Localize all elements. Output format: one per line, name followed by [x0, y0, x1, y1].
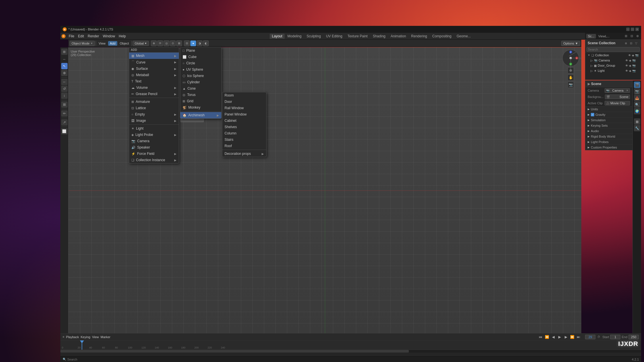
ws-tab-sculpting[interactable]: Sculpting — [304, 34, 323, 39]
view-menu-tl[interactable]: View — [92, 335, 99, 339]
tool-select[interactable]: ↖ — [61, 63, 68, 69]
proportional-icon[interactable]: ◎ — [164, 41, 169, 46]
lt-vis-icon[interactable]: 👁 — [625, 69, 628, 72]
add-empty-item[interactable]: ○ Empty ▶ — [129, 111, 179, 118]
tool-scale[interactable]: ↕ — [61, 93, 68, 99]
status-search-input[interactable] — [67, 358, 90, 361]
outliner-filter-icon[interactable]: ▽ — [634, 41, 639, 45]
add-menu-btn[interactable]: Add — [108, 41, 117, 46]
menu-render[interactable]: Render — [86, 34, 101, 39]
outliner-search-input[interactable] — [586, 47, 640, 52]
arch-cabinet-item[interactable]: Cabinet — [222, 118, 266, 124]
ws-tab-shading[interactable]: Shading — [371, 34, 388, 39]
wire-shading[interactable]: ⊟ — [184, 41, 190, 46]
arch-railwindow-item[interactable]: Rail Window — [222, 105, 266, 111]
jump-start-btn[interactable]: ⏮ — [538, 334, 543, 340]
render-shading[interactable]: ◐ — [203, 41, 209, 46]
add-camera-item[interactable]: 📷 Camera — [129, 138, 179, 144]
tool-grid-view[interactable]: ⊞ — [61, 49, 68, 55]
ws-tab-texture[interactable]: Texture Paint — [345, 34, 370, 39]
light-outliner-item[interactable]: ▷ ☀ Light 👁 ◈ 📷 — [585, 68, 641, 73]
add-metaball-item[interactable]: ◎ Metaball ▶ — [129, 72, 179, 78]
camera-outliner-item[interactable]: ▷ 📷 Camera 👁 ◈ 📷 — [585, 58, 641, 63]
minimize-button[interactable]: – — [626, 28, 630, 31]
arch-column-item[interactable]: Column — [222, 130, 266, 136]
current-frame-input[interactable] — [585, 335, 595, 339]
props-modifier-icon[interactable]: 🔧 — [634, 125, 640, 131]
add-speaker-item[interactable]: 🔊 Speaker — [129, 144, 179, 151]
tool-transform[interactable]: ⊞ — [61, 101, 68, 108]
add-image-item[interactable]: 🖼 Image ▶ — [129, 118, 179, 124]
mesh-circle-item[interactable]: ○ Circle — [180, 60, 221, 66]
dg-sel-icon[interactable]: ◈ — [629, 64, 631, 67]
ws-tab-modeling[interactable]: Modeling — [285, 34, 304, 39]
options-btn[interactable]: Options ▼ — [561, 41, 580, 46]
pan-button[interactable]: ✋ — [568, 74, 574, 81]
mesh-archimesh-item[interactable]: 🏠 Archimesh ▶ — [180, 112, 221, 118]
marker-menu[interactable]: Marker — [101, 335, 110, 339]
add-lightprobe-item[interactable]: ◈ Light Probe ▶ — [129, 132, 179, 138]
arch-stairs-item[interactable]: Stairs — [222, 136, 266, 143]
ws-tab-animation[interactable]: Animation — [388, 34, 408, 39]
mesh-plane-item[interactable]: □ Plane — [180, 47, 221, 54]
start-frame-input[interactable] — [610, 335, 620, 339]
timeline-ruler[interactable]: 0 20 40 60 80 100 120 140 160 180 200 22… — [60, 340, 641, 350]
collection-render-icon[interactable]: 📷 — [635, 54, 639, 57]
mesh-monkey-item[interactable]: 🐒 Monkey — [180, 104, 221, 111]
arch-roof-item[interactable]: Roof — [222, 143, 266, 149]
add-light-item[interactable]: ☀ Light — [129, 125, 179, 132]
mesh-cylinder-item[interactable]: ▭ Cylinder — [180, 79, 221, 85]
panel-icon-1[interactable]: ⊞ — [623, 34, 628, 39]
doorgroup-outliner-item[interactable]: ▷ ▦ Door_Group 👁 ◈ 📷 — [585, 63, 641, 68]
nav-z-dot[interactable]: Z — [569, 51, 572, 53]
rigidbody-section[interactable]: ▶ Rigid Body World — [585, 134, 632, 139]
gravity-header[interactable]: ▶ ✓ Gravity — [585, 112, 632, 117]
ws-tab-uv[interactable]: UV Editing — [324, 34, 345, 39]
keying-sets-section[interactable]: ▶ Keying Sets — [585, 123, 632, 128]
mesh-torus-item[interactable]: ◎ Torus — [180, 92, 221, 98]
mesh-grid-item[interactable]: ⊞ Grid — [180, 98, 221, 104]
solid-shading[interactable]: ● — [190, 41, 196, 46]
arch-room-item[interactable]: Room — [222, 92, 266, 99]
arch-decoration-item[interactable]: Decoration props ▶ — [222, 151, 266, 157]
menu-window[interactable]: Window — [101, 34, 117, 39]
maximize-button[interactable]: □ — [631, 28, 634, 31]
props-output-icon[interactable]: 📤 — [634, 95, 640, 101]
prev-frame-btn[interactable]: ⏪ — [544, 334, 549, 340]
next-frame-btn[interactable]: ⏩ — [570, 334, 575, 340]
snap-icon[interactable]: ⊕ — [151, 41, 157, 46]
tool-measure[interactable]: ↗ — [61, 119, 68, 126]
lt-sel-icon[interactable]: ◈ — [629, 69, 631, 72]
simulation-section[interactable]: ▶ Simulation — [585, 117, 632, 123]
arch-door-item[interactable]: Door — [222, 99, 266, 105]
gravity-checkbox[interactable]: ✓ — [591, 113, 594, 116]
play-btn[interactable]: ▶ — [557, 334, 562, 340]
camera-field-value[interactable]: 📷 Camera ✕ — [605, 88, 630, 93]
panel-icon-3[interactable]: ⊕ — [635, 34, 640, 39]
tool-move[interactable]: ↔ — [61, 79, 68, 85]
tool-rotate[interactable]: ↺ — [61, 86, 68, 92]
lightprobes-section[interactable]: ▶ Light Probes — [585, 139, 632, 145]
arch-panelwindow-item[interactable]: Panel Window — [222, 111, 266, 118]
arch-shelves-item[interactable]: Shelves — [222, 124, 266, 130]
prev-keyframe-btn[interactable]: ◀ — [551, 334, 556, 340]
next-keyframe-btn[interactable]: ▶ — [563, 334, 568, 340]
view-menu[interactable]: View — [97, 41, 107, 46]
props-object-icon[interactable]: ▦ — [634, 118, 640, 125]
timeline-scrollbar[interactable] — [60, 350, 641, 353]
collection-item[interactable]: ▼ ❑ Collection 👁 ◈ 📷 — [585, 53, 641, 58]
camera-view-button[interactable]: 📷 — [568, 82, 574, 88]
add-forcefield-item[interactable]: ⚡ Force Field ▶ — [129, 151, 179, 157]
transform-icon[interactable]: ⟳ — [157, 41, 163, 46]
camera-render-icon[interactable]: 📷 — [632, 59, 636, 62]
outliner-icon-2[interactable]: ⊟ — [629, 41, 633, 45]
camera-sel-icon[interactable]: ◈ — [629, 59, 631, 62]
ws-tab-rendering[interactable]: Rendering — [409, 34, 429, 39]
scene-panel-tab[interactable]: Sc... — [586, 34, 596, 38]
timeline-menu-icon[interactable]: ≡ — [63, 335, 64, 338]
end-frame-input[interactable] — [628, 335, 639, 339]
lt-render-icon[interactable]: 📷 — [632, 69, 636, 72]
nav-x-dot[interactable]: X — [575, 57, 578, 59]
add-greasepencil-item[interactable]: ✏ Grease Pencil ▶ — [129, 91, 179, 97]
panel-icon-2[interactable]: ⊟ — [629, 34, 634, 39]
